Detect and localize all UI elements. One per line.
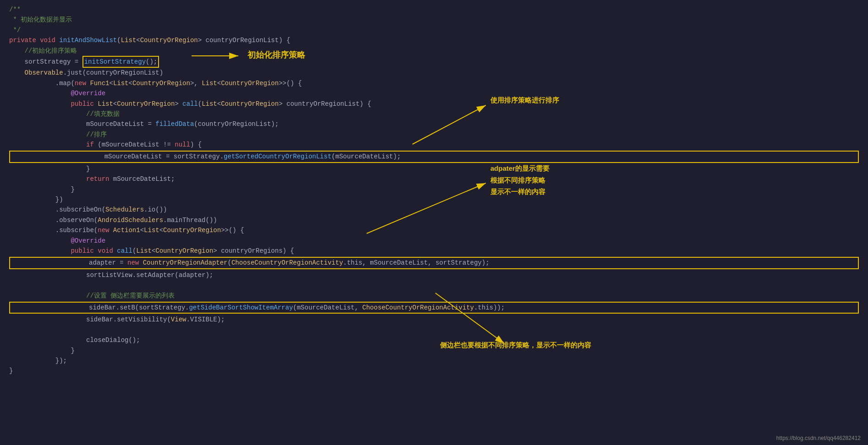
code-line-17: return mSourceDateList; [9,174,859,184]
code-line-33: } [9,346,859,356]
code-line-7: Observable.just(countryOrRegionList) [9,68,859,78]
code-line-23: @Override [9,236,859,246]
code-line-35: } [9,366,859,376]
annotation-adapter: adpater的显示需要 根据不同排序策略 显示不一样的内容 [490,163,549,198]
code-line-28: //设置 侧边栏需要展示的列表 [9,291,859,301]
annotation-init-sort: 初始化排序策略 [247,49,305,60]
code-line-29: sideBar.setB(sortStrategy.getSideBarSort… [9,302,859,314]
code-line-10: public List<CountryOrRegion> call(List<C… [9,99,859,109]
code-line-16: } [9,164,859,174]
code-line-21: .observeOn(AndroidSchedulers.mainThread(… [9,215,859,225]
code-line-1: /** [9,5,859,15]
code-line-4: private void initAndShowList(List<Countr… [9,35,859,45]
code-line-5: //初始化排序策略 [9,46,859,56]
code-line-22: .subscribe(new Action1<List<CountryOrReg… [9,225,859,235]
code-line-12: mSourceDateList = filledData(countryOrRe… [9,119,859,129]
code-line-25: adapter = new CountryOrRegionAdapter(Cho… [9,257,859,269]
annotation-use-sort: 使用排序策略进行排序 [490,96,559,105]
code-line-20: .subscribeOn(Schedulers.io()) [9,205,859,215]
code-line-8: .map(new Func1<List<CountryOrRegion>, Li… [9,78,859,88]
code-line-32: closeDialog(); [9,335,859,345]
code-line-26: sortListView.setAdapter(adapter); [9,270,859,280]
code-line-27 [9,280,859,290]
code-line-14: if (mSourceDateList != null) { [9,140,859,150]
code-line-6: sortStrategy = initSortStrategy(); [9,56,859,68]
code-line-13: //排序 [9,130,859,140]
code-line-34: }); [9,356,859,366]
annotation-sidebar: 侧边栏也要根据不同排序策略，显示不一样的内容 [440,341,591,350]
code-editor: /** * 初始化数据并显示 */ private void initAndSh… [0,0,868,381]
watermark: https://blog.csdn.net/qq446282412 [776,435,861,441]
code-line-30: sideBar.setVisibility(View.VISIBLE); [9,315,859,325]
code-line-19: }) [9,195,859,205]
code-line-9: @Override [9,88,859,98]
code-line-11: //填充数据 [9,109,859,119]
code-line-15: mSourceDateList = sortStrategy.getSorted… [9,151,859,163]
code-line-3: */ [9,25,859,35]
code-line-24: public void call(List<CountryOrRegion> c… [9,246,859,256]
code-line-2: * 初始化数据并显示 [9,15,859,25]
code-line-18: } [9,185,859,195]
code-line-31 [9,325,859,335]
